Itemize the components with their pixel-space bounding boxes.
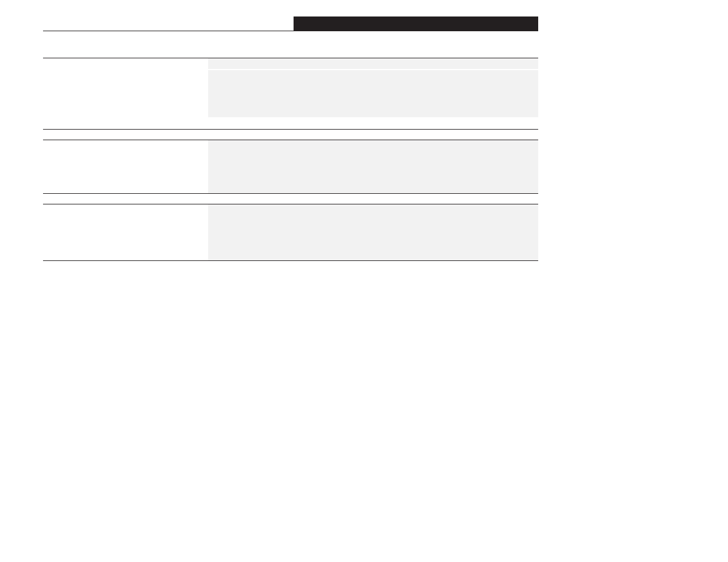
panel-separator-1: [43, 130, 538, 140]
panel-3-left: [43, 204, 208, 260]
panel-2-right: [208, 140, 538, 193]
panel-2: [43, 140, 538, 194]
panel-2-right-body: [208, 140, 538, 193]
header-black-tab: [294, 16, 538, 31]
panel-1-right-body: [208, 70, 538, 117]
panel-1: [43, 58, 538, 130]
panel-1-left: [43, 58, 208, 129]
panel-3: [43, 204, 538, 261]
page-frame: [43, 16, 538, 261]
panel-3-right-body: [208, 204, 538, 260]
panel-1-right: [208, 58, 538, 129]
panel-2-left: [43, 140, 208, 193]
panel-1-right-header-strip: [208, 58, 538, 69]
page-header-bar: [43, 16, 538, 31]
header-gap: [43, 31, 538, 58]
panel-3-right: [208, 204, 538, 260]
panel-separator-2: [43, 194, 538, 204]
